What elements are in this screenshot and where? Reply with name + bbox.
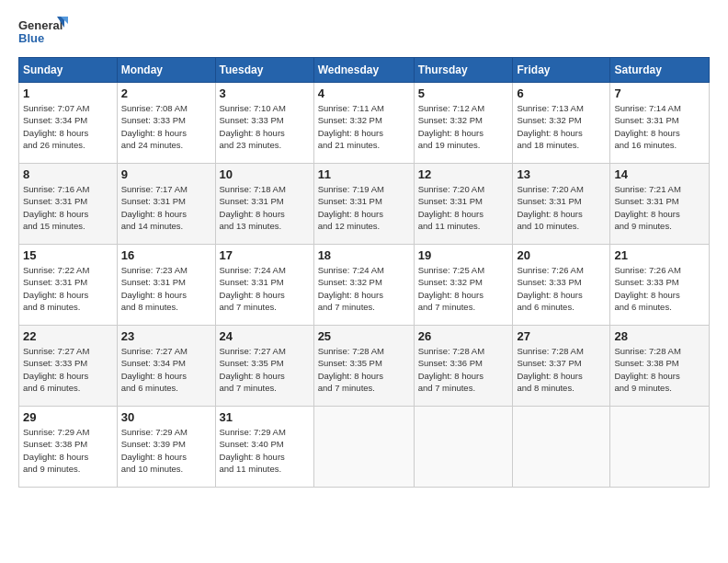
day-number: 20	[517, 248, 606, 262]
day-number: 1	[23, 86, 113, 100]
day-number: 14	[614, 167, 705, 181]
calendar-cell: 3 Sunrise: 7:10 AM Sunset: 3:33 PM Dayli…	[215, 83, 313, 164]
day-number: 10	[220, 167, 310, 181]
day-number: 8	[23, 167, 113, 181]
day-info: Sunrise: 7:25 AM Sunset: 3:32 PM Dayligh…	[418, 265, 484, 312]
page: General Blue Sunday Monday Tuesday Wedne…	[0, 0, 728, 563]
day-number: 11	[318, 167, 410, 181]
day-info: Sunrise: 7:16 AM Sunset: 3:31 PM Dayligh…	[23, 184, 89, 231]
calendar-cell: 6 Sunrise: 7:13 AM Sunset: 3:32 PM Dayli…	[513, 83, 610, 164]
day-number: 16	[121, 248, 211, 262]
day-info: Sunrise: 7:26 AM Sunset: 3:33 PM Dayligh…	[614, 265, 680, 312]
calendar-cell: 25 Sunrise: 7:28 AM Sunset: 3:35 PM Dayl…	[313, 326, 414, 407]
calendar-cell: 2 Sunrise: 7:08 AM Sunset: 3:33 PM Dayli…	[117, 83, 215, 164]
day-number: 26	[418, 329, 509, 343]
day-info: Sunrise: 7:24 AM Sunset: 3:32 PM Dayligh…	[318, 265, 384, 312]
day-info: Sunrise: 7:28 AM Sunset: 3:37 PM Dayligh…	[517, 346, 583, 393]
calendar-cell: 5 Sunrise: 7:12 AM Sunset: 3:32 PM Dayli…	[414, 83, 513, 164]
day-number: 22	[23, 329, 113, 343]
day-number: 23	[121, 329, 211, 343]
header-row: Sunday Monday Tuesday Wednesday Thursday…	[19, 58, 710, 83]
calendar-cell: 20 Sunrise: 7:26 AM Sunset: 3:33 PM Dayl…	[513, 245, 610, 326]
col-thursday: Thursday	[414, 58, 513, 83]
calendar-cell: 13 Sunrise: 7:20 AM Sunset: 3:31 PM Dayl…	[513, 164, 610, 245]
calendar-cell: 1 Sunrise: 7:07 AM Sunset: 3:34 PM Dayli…	[19, 83, 118, 164]
day-info: Sunrise: 7:27 AM Sunset: 3:33 PM Dayligh…	[23, 346, 89, 393]
calendar-cell: 27 Sunrise: 7:28 AM Sunset: 3:37 PM Dayl…	[513, 326, 610, 407]
day-info: Sunrise: 7:27 AM Sunset: 3:35 PM Dayligh…	[220, 346, 286, 393]
calendar-cell: 22 Sunrise: 7:27 AM Sunset: 3:33 PM Dayl…	[19, 326, 118, 407]
day-number: 17	[220, 248, 310, 262]
calendar-cell: 29 Sunrise: 7:29 AM Sunset: 3:38 PM Dayl…	[19, 407, 118, 488]
calendar-cell	[610, 407, 710, 488]
day-info: Sunrise: 7:26 AM Sunset: 3:33 PM Dayligh…	[517, 265, 583, 312]
calendar-cell: 31 Sunrise: 7:29 AM Sunset: 3:40 PM Dayl…	[215, 407, 313, 488]
calendar-cell: 7 Sunrise: 7:14 AM Sunset: 3:31 PM Dayli…	[610, 83, 710, 164]
day-number: 4	[318, 86, 410, 100]
calendar-cell: 16 Sunrise: 7:23 AM Sunset: 3:31 PM Dayl…	[117, 245, 215, 326]
day-info: Sunrise: 7:14 AM Sunset: 3:31 PM Dayligh…	[614, 103, 680, 150]
day-info: Sunrise: 7:24 AM Sunset: 3:31 PM Dayligh…	[220, 265, 286, 312]
col-sunday: Sunday	[19, 58, 118, 83]
calendar-cell: 9 Sunrise: 7:17 AM Sunset: 3:31 PM Dayli…	[117, 164, 215, 245]
svg-text:General: General	[18, 18, 63, 32]
day-number: 13	[517, 167, 606, 181]
calendar-cell: 19 Sunrise: 7:25 AM Sunset: 3:32 PM Dayl…	[414, 245, 513, 326]
day-number: 25	[318, 329, 410, 343]
day-info: Sunrise: 7:28 AM Sunset: 3:38 PM Dayligh…	[614, 346, 680, 393]
header: General Blue	[18, 15, 710, 50]
calendar-cell: 14 Sunrise: 7:21 AM Sunset: 3:31 PM Dayl…	[610, 164, 710, 245]
calendar-cell: 18 Sunrise: 7:24 AM Sunset: 3:32 PM Dayl…	[313, 245, 414, 326]
calendar-cell: 26 Sunrise: 7:28 AM Sunset: 3:36 PM Dayl…	[414, 326, 513, 407]
day-info: Sunrise: 7:22 AM Sunset: 3:31 PM Dayligh…	[23, 265, 89, 312]
day-info: Sunrise: 7:18 AM Sunset: 3:31 PM Dayligh…	[220, 184, 286, 231]
day-number: 6	[517, 86, 606, 100]
calendar-cell: 10 Sunrise: 7:18 AM Sunset: 3:31 PM Dayl…	[215, 164, 313, 245]
calendar-cell: 11 Sunrise: 7:19 AM Sunset: 3:31 PM Dayl…	[313, 164, 414, 245]
day-info: Sunrise: 7:29 AM Sunset: 3:40 PM Dayligh…	[220, 427, 286, 474]
day-number: 21	[614, 248, 705, 262]
day-info: Sunrise: 7:21 AM Sunset: 3:31 PM Dayligh…	[614, 184, 680, 231]
day-number: 18	[318, 248, 410, 262]
logo-svg: General Blue	[18, 15, 69, 50]
day-info: Sunrise: 7:29 AM Sunset: 3:39 PM Dayligh…	[121, 427, 188, 474]
day-number: 12	[418, 167, 509, 181]
calendar-table: Sunday Monday Tuesday Wednesday Thursday…	[18, 57, 710, 488]
day-number: 3	[220, 86, 310, 100]
col-tuesday: Tuesday	[215, 58, 313, 83]
day-number: 28	[614, 329, 705, 343]
day-number: 7	[614, 86, 705, 100]
day-number: 27	[517, 329, 606, 343]
day-number: 24	[220, 329, 310, 343]
day-number: 31	[220, 410, 310, 424]
calendar-cell: 15 Sunrise: 7:22 AM Sunset: 3:31 PM Dayl…	[19, 245, 118, 326]
day-info: Sunrise: 7:08 AM Sunset: 3:33 PM Dayligh…	[121, 103, 188, 150]
calendar-cell	[313, 407, 414, 488]
day-info: Sunrise: 7:17 AM Sunset: 3:31 PM Dayligh…	[121, 184, 188, 231]
day-number: 5	[418, 86, 509, 100]
col-friday: Friday	[513, 58, 610, 83]
calendar-cell: 23 Sunrise: 7:27 AM Sunset: 3:34 PM Dayl…	[117, 326, 215, 407]
day-number: 29	[23, 410, 113, 424]
day-number: 30	[121, 410, 211, 424]
day-number: 9	[121, 167, 211, 181]
calendar-cell: 28 Sunrise: 7:28 AM Sunset: 3:38 PM Dayl…	[610, 326, 710, 407]
day-info: Sunrise: 7:28 AM Sunset: 3:35 PM Dayligh…	[318, 346, 384, 393]
calendar-cell: 4 Sunrise: 7:11 AM Sunset: 3:32 PM Dayli…	[313, 83, 414, 164]
calendar-cell: 24 Sunrise: 7:27 AM Sunset: 3:35 PM Dayl…	[215, 326, 313, 407]
day-number: 19	[418, 248, 509, 262]
day-info: Sunrise: 7:19 AM Sunset: 3:31 PM Dayligh…	[318, 184, 384, 231]
day-info: Sunrise: 7:10 AM Sunset: 3:33 PM Dayligh…	[220, 103, 286, 150]
calendar-cell	[414, 407, 513, 488]
day-info: Sunrise: 7:28 AM Sunset: 3:36 PM Dayligh…	[418, 346, 484, 393]
day-number: 15	[23, 248, 113, 262]
calendar-cell: 17 Sunrise: 7:24 AM Sunset: 3:31 PM Dayl…	[215, 245, 313, 326]
day-info: Sunrise: 7:11 AM Sunset: 3:32 PM Dayligh…	[318, 103, 384, 150]
day-info: Sunrise: 7:13 AM Sunset: 3:32 PM Dayligh…	[517, 103, 583, 150]
col-wednesday: Wednesday	[313, 58, 414, 83]
day-info: Sunrise: 7:20 AM Sunset: 3:31 PM Dayligh…	[517, 184, 583, 231]
logo: General Blue	[18, 15, 69, 50]
day-info: Sunrise: 7:29 AM Sunset: 3:38 PM Dayligh…	[23, 427, 89, 474]
svg-text:Blue: Blue	[18, 31, 44, 45]
day-info: Sunrise: 7:20 AM Sunset: 3:31 PM Dayligh…	[418, 184, 484, 231]
